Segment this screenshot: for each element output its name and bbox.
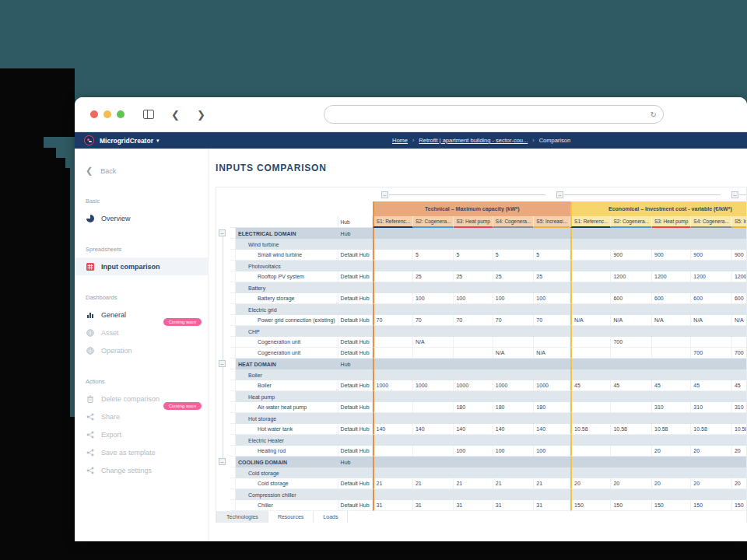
chevron-down-icon[interactable]: ▾ <box>156 138 160 144</box>
value-cell: 700 <box>611 337 652 348</box>
value-cell: 140 <box>373 424 413 435</box>
sidebar-item-save-as-template[interactable]: Save as template <box>75 443 208 461</box>
sidebar-item-overview[interactable]: Overview <box>75 209 208 227</box>
collapse-minus-icon[interactable]: – <box>731 191 738 198</box>
row-hub-cell: Hub <box>338 457 373 467</box>
scenario-column-header[interactable]: S2: Cogenera... <box>413 216 454 228</box>
maximize-window-button[interactable] <box>117 110 124 118</box>
scenario-column-header[interactable]: S3: Heat pump <box>652 216 691 228</box>
scenario-column-header[interactable]: S1: Referenc... <box>373 216 413 228</box>
row-lead-cell <box>230 326 236 337</box>
breadcrumb-item[interactable]: Comparison <box>539 137 570 144</box>
row-group-collapse-toggle[interactable]: – <box>219 458 226 465</box>
tech-row[interactable]: ChillerDefault Hub3131313131150150150150… <box>230 500 747 511</box>
domain-row[interactable]: ELECTRICAL DOMAINHub <box>230 228 747 239</box>
value-cell: 31 <box>534 500 570 511</box>
scenario-column-header[interactable]: S1: Referenc... <box>570 216 611 228</box>
value-cell <box>652 326 691 337</box>
value-cell <box>454 326 493 337</box>
column-group-header[interactable]: Economical – Investment cost - variable … <box>570 201 747 216</box>
tech-row[interactable]: BoilerDefault Hub10001000100010001000454… <box>230 380 747 391</box>
domain-row[interactable]: HEAT DOMAINHub <box>230 359 747 369</box>
close-window-button[interactable] <box>90 110 98 118</box>
tech-row[interactable]: Rooftop PV systemDefault Hub252525251200… <box>230 271 747 282</box>
tech-row[interactable]: Small wind turbineDefault Hub55559009009… <box>230 250 747 261</box>
scenario-column-header[interactable]: S5: Increasi... <box>732 216 747 228</box>
value-cell: 150 <box>732 500 747 511</box>
sidebar-item-share[interactable]: ShareComing soon <box>75 408 208 425</box>
value-cell <box>652 489 691 500</box>
sidebar-item-change-settings[interactable]: Change settings <box>75 461 208 479</box>
scenario-column-header[interactable]: S2: Cogenera... <box>611 216 652 228</box>
value-cell <box>493 282 535 293</box>
collapse-minus-icon[interactable]: – <box>556 191 563 198</box>
row-name-cell: HEAT DOMAIN <box>236 359 338 369</box>
tech-row[interactable]: Heating rodDefault Hub100100100202020 <box>230 446 747 457</box>
value-cell: 45 <box>732 380 747 391</box>
scenario-column-header[interactable]: S5: Increasi... <box>534 216 570 228</box>
value-cell: N/A <box>691 315 732 326</box>
sidebar-item-input-comparison[interactable]: Input comparison <box>75 257 208 275</box>
row-lead-cell <box>230 380 236 391</box>
scenario-column-header[interactable]: S4: Cogenera... <box>493 216 535 228</box>
domain-row[interactable]: COOLING DOMAINHub <box>230 457 747 467</box>
sidebar-item-asset[interactable]: AssetComing soon <box>75 324 208 341</box>
tech-row[interactable]: Cogeneration unitDefault HubN/A700 <box>230 337 747 348</box>
scenario-column-header[interactable]: S3: Heat pump <box>454 216 493 228</box>
row-lead-cell <box>230 304 236 315</box>
value-cell: 70 <box>413 315 454 326</box>
row-hub-cell <box>338 369 373 380</box>
sidebar-item-label: Save as template <box>101 449 156 457</box>
tab-resources[interactable]: Resources <box>268 511 314 523</box>
value-cell: 45 <box>691 380 732 391</box>
value-cell: 100 <box>534 293 570 304</box>
app-logo-icon[interactable] <box>84 135 94 145</box>
value-cell: N/A <box>493 348 535 359</box>
value-cell <box>570 348 611 359</box>
sidebar-item-export[interactable]: Export <box>75 425 208 443</box>
back-navigation-icon[interactable]: ❮ <box>171 110 180 120</box>
row-hub-cell: Default Hub <box>338 293 373 304</box>
value-cell <box>413 489 454 500</box>
tech-row[interactable]: Battery storageDefault Hub10010010010060… <box>230 293 747 304</box>
tab-loads[interactable]: Loads <box>313 511 348 523</box>
tech-row[interactable]: Power grid connection (existing)Default … <box>230 315 747 326</box>
app-name[interactable]: MicrogridCreator <box>100 137 153 145</box>
row-hub-cell: Default Hub <box>338 446 373 457</box>
value-cell <box>652 457 691 467</box>
tech-row[interactable]: Hot water tankDefault Hub140140140140140… <box>230 424 747 435</box>
row-name-cell: CHP <box>236 326 338 337</box>
row-hub-cell: Default Hub <box>338 402 373 413</box>
value-cell <box>534 369 570 380</box>
column-group-header[interactable]: Technical – Maximum capacity (kW*) <box>373 201 571 216</box>
breadcrumb-item[interactable]: Home <box>392 137 408 144</box>
collapse-minus-icon[interactable]: – <box>381 191 388 198</box>
value-cell <box>534 326 570 337</box>
sidebar-item-operation[interactable]: Operation <box>75 341 208 359</box>
value-cell <box>732 261 747 271</box>
app-navbar: MicrogridCreator ▾ Home›Retrofit | apart… <box>75 132 747 149</box>
group-collapse-toggle[interactable]: – <box>556 191 722 198</box>
tech-row[interactable]: Air-water heat pumpDefault Hub1801801803… <box>230 402 747 413</box>
minimize-window-button[interactable] <box>103 110 111 118</box>
group-collapse-toggle[interactable]: – <box>381 191 547 198</box>
tab-technologies[interactable]: Technologies <box>216 511 268 523</box>
breadcrumb-item[interactable]: Retrofit | apartment building - sector-c… <box>419 137 528 144</box>
back-button[interactable]: ❮ Back <box>75 163 208 179</box>
value-cell <box>373 467 413 478</box>
value-cell <box>534 304 570 315</box>
tech-row[interactable]: Cogeneration unitDefault HubN/AN/A700700 <box>230 348 747 359</box>
tech-row[interactable]: Cold storageDefault Hub21212121212020202… <box>230 478 747 489</box>
value-cell <box>534 239 570 250</box>
globe-icon <box>86 328 94 337</box>
address-bar[interactable]: ↻ <box>324 105 664 124</box>
value-cell: 1000 <box>373 380 413 391</box>
sidebar-toggle-icon[interactable] <box>143 110 154 119</box>
forward-navigation-icon[interactable]: ❯ <box>197 110 205 120</box>
row-group-collapse-toggle[interactable]: – <box>219 360 226 367</box>
group-collapse-toggle[interactable]: – <box>731 191 747 198</box>
row-group-collapse-toggle[interactable]: – <box>219 229 226 236</box>
value-cell: 45 <box>570 380 611 391</box>
scenario-column-header[interactable]: S4: Cogenera... <box>691 216 732 228</box>
reload-icon[interactable]: ↻ <box>651 110 657 119</box>
